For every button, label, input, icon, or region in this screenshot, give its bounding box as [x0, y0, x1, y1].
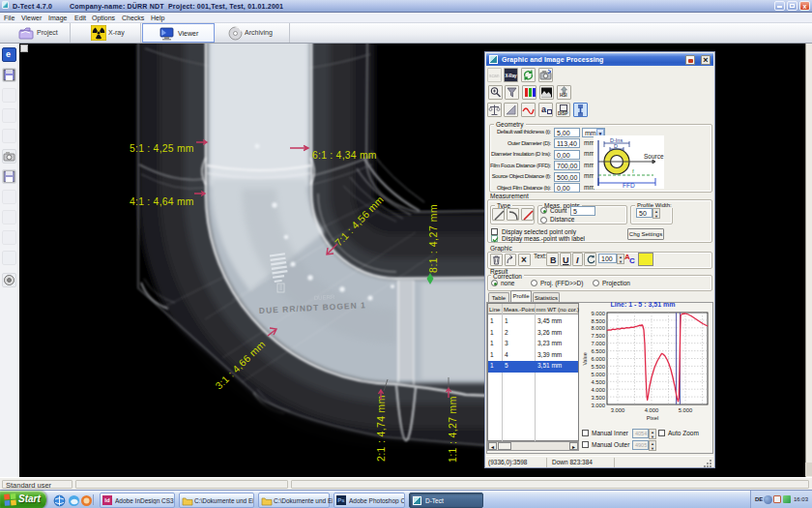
svg-text:5.500: 5.500	[591, 364, 605, 370]
svg-text:1:1 : 4,27 mm: 1:1 : 4,27 mm	[448, 396, 458, 463]
svg-text:FFD: FFD	[623, 182, 635, 189]
svg-text:3.500: 3.500	[591, 395, 605, 401]
svg-text:Line: 1 - 5 : 3,51 mm: Line: 1 - 5 : 3,51 mm	[611, 301, 676, 309]
svg-text:3.000: 3.000	[591, 403, 605, 408]
svg-text:8:1 : 4,27 mm: 8:1 : 4,27 mm	[428, 204, 439, 273]
svg-text:7.500: 7.500	[591, 333, 605, 339]
svg-text:6.500: 6.500	[591, 348, 605, 354]
svg-text:4:1 : 4,64 mm: 4:1 : 4,64 mm	[130, 196, 194, 207]
svg-text:5.000: 5.000	[591, 372, 605, 377]
svg-text:9.000: 9.000	[591, 311, 605, 316]
svg-text:4.000: 4.000	[645, 407, 659, 413]
svg-text:D: D	[614, 143, 618, 149]
svg-text:5.000: 5.000	[679, 407, 693, 413]
svg-text:2:1 : 4,74 mm: 2:1 : 4,74 mm	[376, 395, 387, 462]
svg-text:4.000: 4.000	[591, 387, 605, 393]
svg-text:4.500: 4.500	[591, 379, 605, 385]
svg-text:DUERR: DUERR	[314, 294, 335, 301]
svg-text:Value: Value	[582, 352, 588, 365]
svg-text:Pixel: Pixel	[647, 415, 659, 421]
svg-text:Source: Source	[644, 153, 664, 160]
svg-text:7.000: 7.000	[591, 341, 605, 346]
svg-text:8.500: 8.500	[591, 318, 605, 324]
svg-text:8.000: 8.000	[591, 325, 605, 331]
svg-text:3.000: 3.000	[611, 407, 625, 413]
svg-text:6:1 : 4,34 mm: 6:1 : 4,34 mm	[312, 150, 377, 161]
svg-text:5:1 : 4,25 mm: 5:1 : 4,25 mm	[130, 143, 194, 154]
svg-text:6.000: 6.000	[591, 356, 605, 362]
